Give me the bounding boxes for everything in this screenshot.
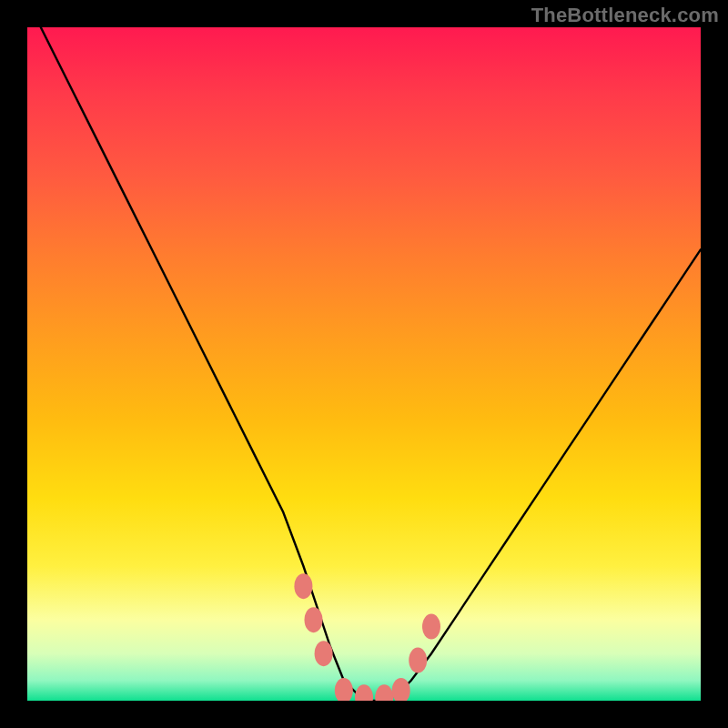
data-marker <box>294 573 312 599</box>
chart-svg <box>27 27 701 701</box>
data-marker <box>392 678 410 701</box>
data-marker <box>422 614 440 640</box>
data-marker <box>355 684 373 701</box>
data-marker <box>335 678 353 701</box>
curve-group <box>41 27 701 701</box>
data-marker <box>409 648 427 673</box>
chart-frame: TheBottleneck.com <box>0 0 728 728</box>
data-marker <box>375 684 393 701</box>
watermark-text: TheBottleneck.com <box>531 4 719 27</box>
data-marker <box>305 607 323 632</box>
marker-group <box>294 573 440 701</box>
bottleneck-curve <box>41 27 701 701</box>
data-marker <box>315 641 333 666</box>
plot-area <box>27 27 701 701</box>
